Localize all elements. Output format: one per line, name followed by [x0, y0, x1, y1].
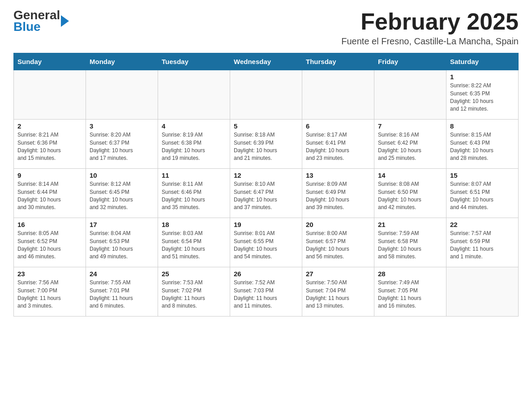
- day-info: Sunrise: 8:03 AM Sunset: 6:54 PM Dayligh…: [162, 230, 226, 261]
- day-info: Sunrise: 8:15 AM Sunset: 6:43 PM Dayligh…: [450, 131, 515, 163]
- calendar-cell: 8Sunrise: 8:15 AM Sunset: 6:43 PM Daylig…: [446, 120, 519, 169]
- calendar-cell: 21Sunrise: 7:59 AM Sunset: 6:58 PM Dayli…: [374, 218, 446, 267]
- day-number: 28: [378, 270, 442, 278]
- calendar-cell: 17Sunrise: 8:04 AM Sunset: 6:53 PM Dayli…: [86, 218, 158, 267]
- day-number: 21: [378, 221, 442, 228]
- day-info: Sunrise: 8:17 AM Sunset: 6:41 PM Dayligh…: [306, 131, 370, 163]
- day-number: 4: [162, 122, 226, 130]
- day-info: Sunrise: 8:05 AM Sunset: 6:52 PM Dayligh…: [17, 230, 82, 261]
- day-number: 12: [234, 171, 298, 179]
- day-number: 22: [450, 221, 515, 228]
- day-info: Sunrise: 8:07 AM Sunset: 6:51 PM Dayligh…: [450, 180, 515, 212]
- week-row-5: 23Sunrise: 7:56 AM Sunset: 7:00 PM Dayli…: [14, 267, 519, 317]
- day-info: Sunrise: 8:11 AM Sunset: 6:46 PM Dayligh…: [162, 180, 226, 212]
- day-info: Sunrise: 7:57 AM Sunset: 6:59 PM Dayligh…: [450, 230, 515, 261]
- day-info: Sunrise: 8:18 AM Sunset: 6:39 PM Dayligh…: [234, 131, 298, 163]
- day-number: 8: [450, 122, 515, 130]
- calendar-cell: 11Sunrise: 8:11 AM Sunset: 6:46 PM Dayli…: [158, 169, 230, 218]
- weekday-header-saturday: Saturday: [446, 53, 519, 70]
- day-info: Sunrise: 8:19 AM Sunset: 6:38 PM Dayligh…: [162, 131, 226, 163]
- day-number: 25: [162, 270, 226, 278]
- svg-marker-0: [61, 15, 69, 27]
- calendar: SundayMondayTuesdayWednesdayThursdayFrid…: [13, 53, 519, 317]
- day-info: Sunrise: 7:53 AM Sunset: 7:02 PM Dayligh…: [162, 279, 226, 310]
- day-number: 24: [90, 270, 154, 278]
- day-info: Sunrise: 8:09 AM Sunset: 6:49 PM Dayligh…: [306, 180, 370, 212]
- day-number: 3: [90, 122, 154, 130]
- calendar-cell: 7Sunrise: 8:16 AM Sunset: 6:42 PM Daylig…: [374, 120, 446, 169]
- day-number: 5: [234, 122, 298, 130]
- week-row-4: 16Sunrise: 8:05 AM Sunset: 6:52 PM Dayli…: [14, 218, 519, 267]
- weekday-header-tuesday: Tuesday: [158, 53, 230, 70]
- week-row-2: 2Sunrise: 8:21 AM Sunset: 6:36 PM Daylig…: [14, 120, 519, 169]
- calendar-cell: 23Sunrise: 7:56 AM Sunset: 7:00 PM Dayli…: [14, 267, 86, 317]
- day-info: Sunrise: 8:14 AM Sunset: 6:44 PM Dayligh…: [17, 180, 82, 212]
- calendar-cell: 12Sunrise: 8:10 AM Sunset: 6:47 PM Dayli…: [230, 169, 302, 218]
- day-info: Sunrise: 8:20 AM Sunset: 6:37 PM Dayligh…: [90, 131, 154, 163]
- calendar-cell: 14Sunrise: 8:08 AM Sunset: 6:50 PM Dayli…: [374, 169, 446, 218]
- day-number: 23: [17, 270, 82, 278]
- day-number: 13: [306, 171, 370, 179]
- day-number: 10: [90, 171, 154, 179]
- day-info: Sunrise: 7:49 AM Sunset: 7:05 PM Dayligh…: [378, 279, 442, 310]
- day-info: Sunrise: 8:04 AM Sunset: 6:53 PM Dayligh…: [90, 230, 154, 261]
- calendar-cell: 15Sunrise: 8:07 AM Sunset: 6:51 PM Dayli…: [446, 169, 519, 218]
- day-info: Sunrise: 8:21 AM Sunset: 6:36 PM Dayligh…: [17, 131, 82, 163]
- calendar-cell: [158, 70, 230, 120]
- day-number: 14: [378, 171, 442, 179]
- calendar-cell: [302, 70, 374, 120]
- calendar-cell: 26Sunrise: 7:52 AM Sunset: 7:03 PM Dayli…: [230, 267, 302, 317]
- weekday-header-friday: Friday: [374, 53, 446, 70]
- weekday-header-sunday: Sunday: [14, 53, 86, 70]
- calendar-cell: 20Sunrise: 8:00 AM Sunset: 6:57 PM Dayli…: [302, 218, 374, 267]
- calendar-cell: 27Sunrise: 7:50 AM Sunset: 7:04 PM Dayli…: [302, 267, 374, 317]
- day-info: Sunrise: 8:16 AM Sunset: 6:42 PM Dayligh…: [378, 131, 442, 163]
- calendar-cell: 1Sunrise: 8:22 AM Sunset: 6:35 PM Daylig…: [446, 70, 519, 120]
- day-info: Sunrise: 7:52 AM Sunset: 7:03 PM Dayligh…: [234, 279, 298, 310]
- day-info: Sunrise: 8:00 AM Sunset: 6:57 PM Dayligh…: [306, 230, 370, 261]
- day-number: 11: [162, 171, 226, 179]
- day-number: 2: [17, 122, 82, 130]
- week-row-1: 1Sunrise: 8:22 AM Sunset: 6:35 PM Daylig…: [14, 70, 519, 120]
- calendar-cell: 25Sunrise: 7:53 AM Sunset: 7:02 PM Dayli…: [158, 267, 230, 317]
- calendar-cell: 6Sunrise: 8:17 AM Sunset: 6:41 PM Daylig…: [302, 120, 374, 169]
- day-info: Sunrise: 8:08 AM Sunset: 6:50 PM Dayligh…: [378, 180, 442, 212]
- calendar-cell: 22Sunrise: 7:57 AM Sunset: 6:59 PM Dayli…: [446, 218, 519, 267]
- day-number: 19: [234, 221, 298, 228]
- day-number: 6: [306, 122, 370, 130]
- calendar-cell: 2Sunrise: 8:21 AM Sunset: 6:36 PM Daylig…: [14, 120, 86, 169]
- day-number: 9: [17, 171, 82, 179]
- day-number: 1: [450, 73, 515, 81]
- calendar-cell: 16Sunrise: 8:05 AM Sunset: 6:52 PM Dayli…: [14, 218, 86, 267]
- calendar-cell: 5Sunrise: 8:18 AM Sunset: 6:39 PM Daylig…: [230, 120, 302, 169]
- day-info: Sunrise: 7:59 AM Sunset: 6:58 PM Dayligh…: [378, 230, 442, 261]
- page-header: General Blue February 2025 Fuente el Fre…: [13, 9, 519, 47]
- day-number: 26: [234, 270, 298, 278]
- day-info: Sunrise: 7:50 AM Sunset: 7:04 PM Dayligh…: [306, 279, 370, 310]
- day-number: 17: [90, 221, 154, 228]
- calendar-cell: 3Sunrise: 8:20 AM Sunset: 6:37 PM Daylig…: [86, 120, 158, 169]
- day-info: Sunrise: 8:22 AM Sunset: 6:35 PM Dayligh…: [450, 82, 515, 113]
- calendar-cell: 4Sunrise: 8:19 AM Sunset: 6:38 PM Daylig…: [158, 120, 230, 169]
- calendar-cell: 10Sunrise: 8:12 AM Sunset: 6:45 PM Dayli…: [86, 169, 158, 218]
- day-number: 7: [378, 122, 442, 130]
- month-title: February 2025: [341, 9, 519, 34]
- calendar-cell: [14, 70, 86, 120]
- calendar-cell: 24Sunrise: 7:55 AM Sunset: 7:01 PM Dayli…: [86, 267, 158, 317]
- day-info: Sunrise: 7:55 AM Sunset: 7:01 PM Dayligh…: [90, 279, 154, 310]
- logo-blue: Blue: [13, 20, 41, 34]
- weekday-header-monday: Monday: [86, 53, 158, 70]
- calendar-cell: 9Sunrise: 8:14 AM Sunset: 6:44 PM Daylig…: [14, 169, 86, 218]
- title-block: February 2025 Fuente el Fresno, Castille…: [341, 9, 519, 47]
- week-row-3: 9Sunrise: 8:14 AM Sunset: 6:44 PM Daylig…: [14, 169, 519, 218]
- day-number: 15: [450, 171, 515, 179]
- day-info: Sunrise: 7:56 AM Sunset: 7:00 PM Dayligh…: [17, 279, 82, 310]
- calendar-cell: [230, 70, 302, 120]
- day-info: Sunrise: 8:12 AM Sunset: 6:45 PM Dayligh…: [90, 180, 154, 212]
- calendar-cell: [86, 70, 158, 120]
- day-number: 18: [162, 221, 226, 228]
- day-number: 20: [306, 221, 370, 228]
- calendar-cell: 13Sunrise: 8:09 AM Sunset: 6:49 PM Dayli…: [302, 169, 374, 218]
- day-number: 16: [17, 221, 82, 228]
- day-info: Sunrise: 8:01 AM Sunset: 6:55 PM Dayligh…: [234, 230, 298, 261]
